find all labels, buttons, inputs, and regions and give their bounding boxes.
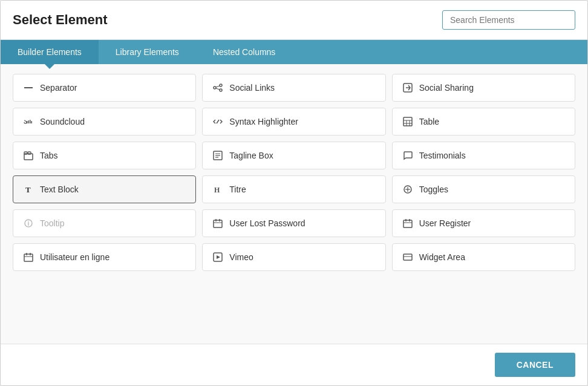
toggles-label: Toggles	[419, 185, 448, 194]
svg-rect-10	[30, 120, 31, 123]
svg-text:i: i	[28, 220, 30, 227]
widget-area-label: Widget Area	[419, 252, 465, 262]
svg-line-4	[216, 86, 220, 87]
tagline-box-label: Tagline Box	[229, 151, 273, 160]
separator-icon	[23, 83, 34, 93]
svg-point-3	[220, 89, 222, 91]
table-icon	[402, 117, 413, 126]
social-links-icon	[212, 83, 223, 93]
syntax-highlighter-icon	[212, 117, 223, 126]
element-card-social-links[interactable]: Social Links	[202, 74, 385, 102]
select-element-modal: Select Element Builder Elements Library …	[0, 0, 588, 386]
svg-rect-11	[31, 121, 33, 123]
svg-rect-9	[28, 120, 30, 123]
svg-text:H: H	[214, 186, 220, 194]
titre-label: Titre	[229, 185, 246, 194]
element-card-user-lost-password[interactable]: User Lost Password	[202, 209, 385, 237]
element-card-social-sharing[interactable]: Social Sharing	[392, 74, 575, 102]
tooltip-icon: i	[23, 218, 34, 228]
separator-label: Separator	[40, 83, 77, 93]
svg-point-2	[220, 84, 222, 87]
text-block-icon: T	[23, 185, 34, 194]
utilisateur-en-ligne-icon	[23, 252, 34, 262]
search-input[interactable]	[442, 10, 575, 30]
elements-grid: SeparatorSocial LinksSocial SharingSound…	[13, 74, 575, 271]
element-card-user-register[interactable]: User Register	[392, 209, 575, 237]
toggles-icon	[402, 185, 413, 194]
modal-header: Select Element	[1, 1, 587, 40]
element-card-table[interactable]: Table	[392, 108, 575, 136]
svg-line-12	[217, 120, 219, 123]
svg-marker-45	[217, 255, 220, 259]
svg-rect-20	[28, 152, 31, 154]
element-card-syntax-highlighter[interactable]: Syntax Highlighter	[202, 108, 385, 136]
social-links-label: Social Links	[229, 83, 275, 93]
svg-rect-36	[403, 220, 412, 227]
svg-line-5	[216, 88, 220, 90]
social-sharing-label: Social Sharing	[419, 83, 474, 93]
svg-point-1	[214, 87, 216, 89]
user-register-icon	[402, 218, 413, 228]
text-block-label: Text Block	[40, 185, 79, 194]
user-lost-password-label: User Lost Password	[229, 218, 305, 228]
element-card-tabs[interactable]: Tabs	[13, 142, 196, 169]
tabs-icon	[23, 151, 34, 160]
element-card-toggles[interactable]: Toggles	[392, 175, 575, 203]
svg-rect-13	[403, 117, 412, 126]
social-sharing-icon	[402, 83, 413, 93]
element-card-utilisateur-en-ligne[interactable]: Utilisateur en ligne	[13, 243, 196, 271]
element-card-vimeo[interactable]: Vimeo	[202, 243, 385, 271]
svg-rect-46	[403, 254, 412, 260]
svg-rect-19	[24, 152, 27, 154]
vimeo-icon	[212, 252, 223, 262]
titre-icon: H	[212, 185, 223, 194]
elements-body: SeparatorSocial LinksSocial SharingSound…	[1, 64, 587, 344]
element-card-soundcloud[interactable]: Soundcloud	[13, 108, 196, 136]
utilisateur-en-ligne-label: Utilisateur en ligne	[40, 252, 109, 262]
soundcloud-icon	[23, 117, 34, 126]
user-lost-password-icon	[212, 218, 223, 228]
element-card-tooltip: iTooltip	[13, 209, 196, 237]
modal-footer: CANCEL	[1, 344, 587, 385]
tab-nested-columns[interactable]: Nested Columns	[196, 40, 293, 64]
element-card-separator[interactable]: Separator	[13, 74, 196, 102]
syntax-highlighter-label: Syntax Highlighter	[229, 117, 298, 126]
widget-area-icon	[402, 252, 413, 262]
element-card-testimonials[interactable]: Testimonials	[392, 142, 575, 169]
element-card-widget-area[interactable]: Widget Area	[392, 243, 575, 271]
user-register-label: User Register	[419, 218, 471, 228]
cancel-button[interactable]: CANCEL	[495, 353, 575, 377]
element-card-text-block[interactable]: TText Block	[13, 175, 196, 203]
element-card-titre[interactable]: HTitre	[202, 175, 385, 203]
tab-builder-elements[interactable]: Builder Elements	[1, 40, 99, 64]
svg-text:T: T	[25, 185, 31, 194]
element-card-tagline-box[interactable]: Tagline Box	[202, 142, 385, 169]
tabs-bar: Builder Elements Library Elements Nested…	[1, 40, 587, 64]
modal-title: Select Element	[13, 12, 108, 28]
tabs-label: Tabs	[40, 151, 58, 160]
testimonials-icon	[402, 151, 413, 160]
svg-rect-32	[214, 220, 222, 227]
tooltip-label: Tooltip	[40, 218, 64, 228]
vimeo-label: Vimeo	[229, 252, 253, 262]
testimonials-label: Testimonials	[419, 151, 466, 160]
tagline-box-icon	[212, 151, 223, 160]
svg-rect-8	[27, 121, 28, 123]
svg-rect-40	[24, 254, 33, 261]
tab-library-elements[interactable]: Library Elements	[99, 40, 196, 64]
table-label: Table	[419, 117, 439, 126]
soundcloud-label: Soundcloud	[40, 117, 85, 126]
